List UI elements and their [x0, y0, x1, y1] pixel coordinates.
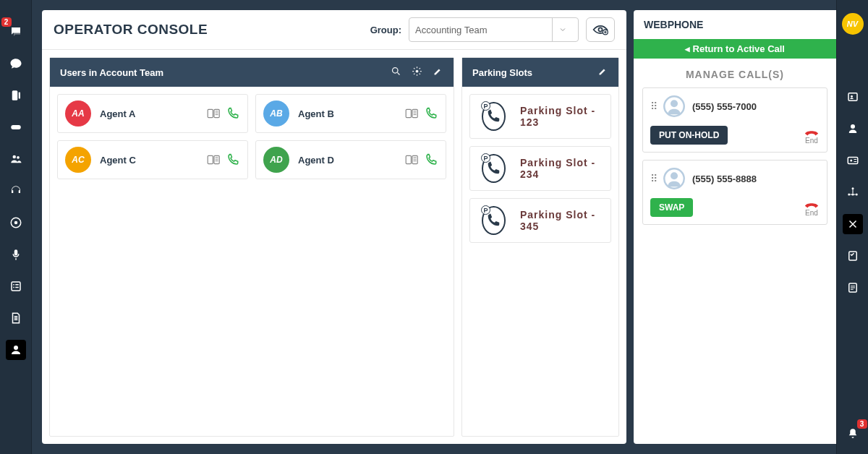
svg-point-32	[848, 194, 850, 196]
messages-icon[interactable]: 2	[6, 22, 26, 42]
close-icon[interactable]	[843, 214, 863, 234]
task-icon[interactable]	[843, 246, 863, 266]
user-avatar[interactable]: NV	[842, 13, 864, 35]
call-icon[interactable]	[226, 106, 240, 121]
operator-icon[interactable]	[6, 340, 26, 360]
parking-panel: Parking Slots P Parking Slot - 123 P Par…	[461, 57, 619, 437]
id-card-icon[interactable]	[843, 150, 863, 171]
search-icon[interactable]	[391, 66, 401, 79]
call-icon[interactable]	[424, 153, 438, 167]
svg-point-30	[850, 160, 852, 162]
svg-point-6	[14, 221, 17, 225]
parking-slot-label: Parking Slot - 345	[520, 209, 599, 232]
parking-phone-icon: P	[482, 102, 506, 131]
drag-handle-icon[interactable]: ⠿	[650, 100, 656, 112]
user-avatar-initials: AC	[65, 147, 91, 173]
call-card: ⠿ (555) 555-7000 PUT ON-HOLD End	[642, 87, 827, 153]
right-nav-rail: NV 3	[836, 0, 868, 454]
checklist-icon[interactable]	[6, 276, 26, 296]
webphone-title: WEBPHONE	[634, 10, 836, 39]
chat-icon[interactable]	[6, 53, 26, 74]
edit-icon[interactable]	[433, 66, 443, 79]
user-avatar-initials: AA	[65, 100, 91, 127]
swap-button[interactable]: SWAP	[650, 198, 693, 217]
call-number: (555) 555-8888	[692, 174, 757, 184]
caller-icon	[663, 95, 685, 117]
svg-rect-1	[18, 93, 20, 99]
user-name: Agent A	[100, 108, 135, 119]
main-area: OPERATOR CONSOLE Group: Accounting Team …	[32, 0, 836, 454]
svg-point-9	[14, 346, 18, 350]
parking-panel-header: Parking Slots	[462, 58, 618, 87]
svg-rect-14	[208, 109, 213, 117]
svg-rect-21	[412, 155, 417, 163]
target-icon[interactable]	[6, 213, 26, 233]
person-icon[interactable]	[843, 119, 863, 139]
end-call-button[interactable]: End	[804, 199, 820, 217]
user-card[interactable]: AB Agent B	[255, 94, 446, 133]
chevron-down-icon	[552, 18, 572, 41]
user-name: Agent D	[298, 155, 334, 166]
group-selected-value: Accounting Team	[415, 25, 488, 35]
call-icon[interactable]	[424, 106, 438, 121]
svg-point-27	[851, 95, 853, 98]
call-icon[interactable]	[226, 153, 240, 167]
svg-point-12	[393, 68, 399, 74]
caller-icon	[663, 168, 685, 189]
note-icon[interactable]	[843, 278, 863, 298]
document-icon[interactable]	[6, 308, 26, 328]
user-card[interactable]: AD Agent D	[255, 140, 446, 179]
svg-point-10	[598, 27, 602, 31]
svg-point-3	[12, 155, 16, 159]
device-icon[interactable]	[207, 153, 221, 167]
svg-point-33	[855, 194, 857, 196]
drag-handle-icon[interactable]: ⠿	[650, 173, 656, 184]
parking-panel-title: Parking Slots	[472, 67, 532, 78]
headset-icon[interactable]	[6, 181, 26, 201]
parking-slot-card[interactable]: P Parking Slot - 345	[469, 198, 611, 243]
watch-settings-button[interactable]	[586, 17, 615, 42]
edit-icon[interactable]	[597, 66, 608, 79]
device-icon[interactable]	[207, 106, 221, 121]
voicemail-icon[interactable]	[6, 117, 26, 137]
svg-rect-0	[12, 90, 17, 100]
parking-slot-card[interactable]: P Parking Slot - 123	[469, 94, 611, 139]
manage-calls-heading: MANAGE CALL(S)	[634, 59, 836, 87]
operator-console-panel: OPERATOR CONSOLE Group: Accounting Team …	[42, 10, 626, 444]
network-icon[interactable]	[843, 182, 863, 202]
parking-phone-icon: P	[482, 154, 506, 183]
svg-rect-18	[208, 155, 213, 163]
parking-phone-icon: P	[482, 206, 506, 235]
mic-icon[interactable]	[6, 244, 26, 265]
group-label: Group:	[370, 25, 401, 35]
svg-rect-29	[848, 158, 858, 164]
webphone-panel: WEBPHONE ◂ Return to Active Call MANAGE …	[634, 10, 836, 444]
group-select[interactable]: Accounting Team	[409, 17, 579, 42]
users-panel: Users in Account Team AA Agent A AB Agen…	[49, 57, 454, 437]
user-name: Agent B	[298, 108, 334, 119]
parking-slot-card[interactable]: P Parking Slot - 234	[469, 146, 611, 191]
user-card[interactable]: AC Agent C	[57, 140, 248, 179]
bell-icon[interactable]: 3	[843, 424, 863, 444]
svg-rect-16	[406, 109, 411, 117]
user-name: Agent C	[100, 155, 136, 166]
gear-icon[interactable]	[412, 66, 422, 79]
svg-rect-35	[848, 252, 856, 260]
user-card[interactable]: AA Agent A	[57, 94, 248, 133]
return-to-call-button[interactable]: ◂ Return to Active Call	[634, 39, 836, 59]
users-icon[interactable]	[6, 149, 26, 169]
phone-device-icon[interactable]	[6, 85, 26, 106]
parking-slot-label: Parking Slot - 123	[520, 105, 599, 128]
device-icon[interactable]	[405, 106, 420, 121]
contact-card-icon[interactable]	[843, 87, 863, 107]
put-on-hold-button[interactable]: PUT ON-HOLD	[650, 126, 728, 145]
svg-rect-26	[848, 93, 857, 101]
end-call-button[interactable]: End	[804, 127, 820, 145]
left-nav-rail: 2	[0, 0, 32, 454]
svg-point-13	[416, 70, 419, 73]
svg-point-31	[851, 187, 854, 189]
svg-rect-2	[11, 125, 21, 129]
svg-point-28	[851, 124, 855, 129]
svg-rect-8	[12, 282, 20, 291]
device-icon[interactable]	[405, 153, 420, 167]
